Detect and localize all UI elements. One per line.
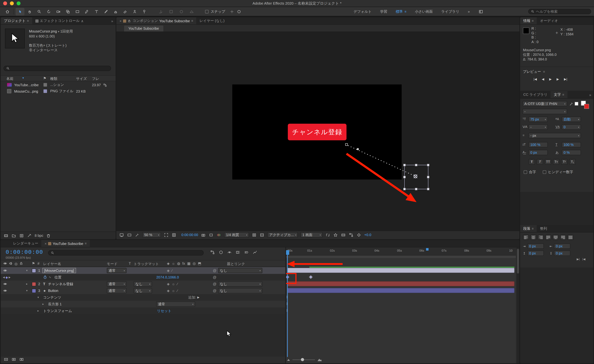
region-icon[interactable] (252, 232, 257, 237)
comp-marker[interactable] (426, 248, 429, 251)
font-style-select[interactable]: -▾ (523, 109, 567, 114)
always-preview-icon[interactable] (119, 232, 124, 237)
channels-icon[interactable] (216, 232, 222, 237)
zoom-select[interactable]: 50 %▾ (142, 232, 161, 238)
playhead-head[interactable] (286, 250, 289, 255)
panel-menu-icon[interactable]: ≡ (191, 19, 193, 23)
group-name[interactable]: コンテンツ (43, 295, 61, 300)
tab-project[interactable]: プロジェクト≡ (1, 17, 32, 24)
view-layout-select[interactable]: 1 画面▾ (301, 232, 323, 238)
time-ruler[interactable]: :00s 01s 02s 03s 04s 05s 06s 07s 08s 09s… (286, 247, 516, 256)
close-tab-icon[interactable]: × (45, 242, 47, 245)
subscript-button[interactable]: T₁ (569, 159, 576, 165)
space-before-field[interactable]: 0 px (527, 251, 544, 256)
roto-brush-tool[interactable] (130, 8, 139, 15)
mode-select[interactable]: 通常▾ (107, 281, 127, 287)
show-snapshot-icon[interactable] (209, 232, 214, 237)
reset-link[interactable]: リセット (157, 308, 171, 313)
frame-blending-icon[interactable] (236, 250, 240, 255)
layer-row-1[interactable]: ▾ 1 [MouseCursor.png] 通常▾ ◈∕ @ なし▾ (1, 267, 285, 274)
graph-editor-icon[interactable] (252, 250, 257, 255)
zoom-tool[interactable] (35, 8, 43, 15)
zoom-in-mountain-icon[interactable] (317, 358, 322, 362)
zoom-out-mountain-icon[interactable] (287, 358, 290, 361)
camera-select[interactable]: アクティブカ...▾ (268, 232, 298, 238)
tab-cc-libraries[interactable]: CC ライブラリ (520, 91, 551, 98)
snap-control[interactable]: スナップ (205, 9, 242, 14)
tab-align[interactable]: 整列 (537, 225, 550, 232)
layer-switches[interactable]: ◈☼∕ (167, 289, 178, 293)
col-parent[interactable]: 親とリンク (227, 262, 245, 266)
align-right-button[interactable] (538, 235, 544, 240)
workspace-library[interactable]: ライブラリ (441, 9, 459, 14)
snapshot-icon[interactable] (201, 232, 206, 237)
new-comp-icon[interactable] (19, 233, 24, 238)
panel-menu-icon[interactable]: ≡ (532, 19, 534, 23)
orbit-camera-tool[interactable] (44, 8, 53, 15)
mode-select[interactable]: 通常▾ (107, 268, 127, 273)
brush-tool[interactable] (101, 8, 110, 15)
expand-switches-toggle-icon[interactable] (11, 357, 16, 362)
mode-select[interactable]: 通常▾ (107, 288, 127, 293)
tab-info[interactable]: 情報≡ (520, 17, 537, 24)
work-area-bar[interactable] (286, 256, 516, 258)
flowchart-icon[interactable] (349, 232, 354, 237)
justify-all-button[interactable] (567, 235, 574, 240)
faux-italic-button[interactable]: T (537, 159, 543, 165)
track-matte-select[interactable]: なし▾ (134, 281, 152, 287)
trash-icon[interactable] (46, 233, 51, 238)
font-family-select[interactable]: A-OTF UD新ゴ Pr6N▾ (523, 101, 567, 106)
property-value[interactable]: 2074.0,1066.0 (156, 275, 179, 279)
tab-layer[interactable]: レイヤー (なし) (196, 17, 228, 24)
timeline-tracks[interactable]: :00s 01s 02s 03s 04s 05s 06s 07s 08s 09s… (285, 247, 516, 363)
blend-mode-select[interactable]: 通常▾ (156, 301, 195, 307)
current-time[interactable]: 0:00:00:00 (181, 233, 198, 237)
add-menu-icon[interactable]: ▶ (197, 296, 199, 299)
dropdown-caret-icon[interactable]: ▾ (58, 30, 59, 33)
hide-shy-layers-icon[interactable] (227, 250, 232, 255)
pickwhip-icon[interactable]: @ (213, 269, 216, 272)
panel-overflow-chevron[interactable]: » (589, 93, 591, 97)
pen-tool[interactable] (82, 8, 91, 15)
superscript-button[interactable]: T¹ (561, 159, 567, 165)
expand-layers-toggle-icon[interactable] (4, 357, 8, 362)
interpret-footage-icon[interactable] (4, 233, 8, 238)
eraser-tool[interactable] (121, 8, 129, 15)
stroke-color-swatch[interactable] (584, 104, 589, 109)
guides-icon[interactable] (260, 232, 265, 237)
justify-last-right-button[interactable] (560, 235, 566, 240)
label-swatch[interactable] (43, 83, 47, 86)
workspace-menu-icon[interactable]: ≡ (405, 10, 406, 13)
col-mode[interactable]: モード (107, 262, 118, 266)
col-fps[interactable]: フレ (92, 76, 99, 81)
eye-icon[interactable] (3, 269, 7, 272)
transparency-grid-icon[interactable] (171, 232, 176, 237)
resolution-select[interactable]: 1/4 画質▾ (224, 232, 249, 238)
layer-name[interactable]: チャンネル登録 (48, 281, 73, 286)
timeline-search[interactable] (48, 250, 204, 256)
layer-row-2[interactable]: ▸ 2 T チャンネル登録 通常▾ なし▾ ◈☼∕ @ なし▾ (1, 281, 285, 287)
last-frame-button[interactable]: ▶| (564, 77, 567, 81)
keyframe-2[interactable] (309, 275, 313, 279)
twirl-closed-icon[interactable]: ▸ (42, 303, 46, 306)
tab-timeline-comp[interactable]: × YouTube Subscribe ≡ (41, 240, 90, 247)
tracking-select[interactable]: 0▾ (562, 124, 581, 130)
tab-effect-controls[interactable]: エフェクトコントロール∧ (32, 17, 87, 24)
reset-exposure-icon[interactable] (357, 232, 362, 237)
roi-icon[interactable] (164, 232, 169, 237)
new-folder-icon[interactable] (11, 233, 16, 238)
zoom-slider-thumb[interactable] (301, 358, 304, 361)
col-layer-name[interactable]: レイヤー名 (43, 262, 61, 266)
group-name[interactable]: 長方形 1 (48, 302, 62, 307)
play-button[interactable]: ▶ (549, 77, 552, 81)
pixel-aspect-icon[interactable] (325, 232, 331, 237)
tsume-percent-field[interactable]: 0 % (562, 150, 581, 155)
layer-name[interactable]: Button (48, 289, 58, 293)
group-name[interactable]: トランスフォーム (43, 308, 72, 313)
tab-render-queue[interactable]: レンダーキュー (10, 240, 41, 247)
label-swatch[interactable] (32, 289, 36, 293)
timeline-zoom-control[interactable] (287, 358, 322, 362)
leading-select[interactable]: 自動▾ (562, 117, 581, 122)
ligatures-checkbox[interactable] (524, 170, 527, 174)
justify-last-left-button[interactable] (545, 235, 551, 240)
